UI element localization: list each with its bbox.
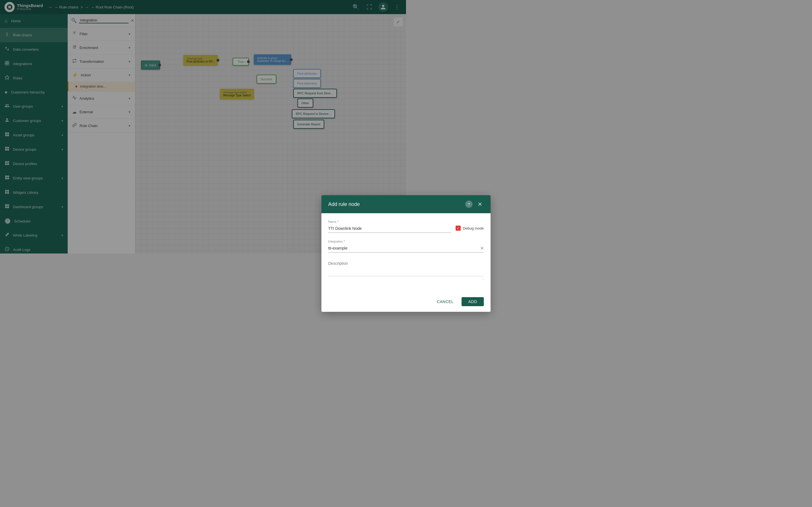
name-label: Name * bbox=[328, 220, 406, 223]
name-field: Name * bbox=[328, 220, 406, 233]
form-row-integration: Integration * ✕ bbox=[328, 240, 406, 252]
form-row-name-debug: Name * ✓ Debug mode bbox=[328, 220, 406, 233]
integration-label: Integration * bbox=[328, 240, 406, 243]
modal-header: Add rule node ? ✕ bbox=[321, 195, 406, 213]
integration-input-wrapper: ✕ bbox=[328, 244, 406, 252]
modal-overlay: Add rule node ? ✕ Name * ✓ Debug mode bbox=[0, 0, 406, 253]
add-rule-node-modal: Add rule node ? ✕ Name * ✓ Debug mode bbox=[321, 195, 406, 253]
name-input[interactable] bbox=[328, 224, 406, 233]
integration-input[interactable] bbox=[328, 244, 406, 252]
modal-title: Add rule node bbox=[328, 202, 360, 207]
modal-body: Name * ✓ Debug mode Integration * ✕ ⌟ bbox=[321, 213, 406, 253]
